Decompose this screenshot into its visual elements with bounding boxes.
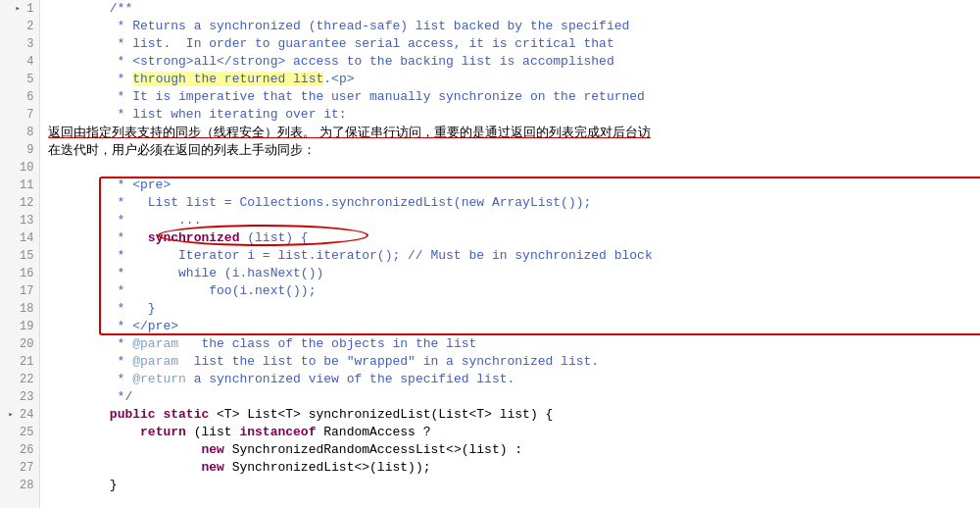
code-line-20: * @param the class of the objects in the…: [48, 335, 972, 353]
line-num-6: 6: [6, 88, 33, 106]
code-text: * @param list the list to be "wrapped" i…: [48, 353, 599, 371]
code-text: * </pre>: [48, 318, 178, 335]
line-num-8: 8: [6, 124, 33, 141]
chinese-line: 返回由指定列表支持的同步（线程安全）列表。 为了保证串行访问，重要的是通过返回的…: [48, 124, 651, 141]
code-line-7: * list when iterating over it:: [48, 106, 972, 124]
line-num-23: 23: [6, 388, 33, 406]
line-num-13: 13: [6, 212, 33, 229]
code-line-22: * @return a synchronized view of the spe…: [48, 371, 972, 388]
line-num-10: 10: [6, 159, 33, 177]
line-num-26: 26: [6, 441, 33, 459]
line-num-25: 25: [6, 424, 33, 441]
code-text: new SynchronizedList<>(list));: [48, 459, 430, 477]
code-line-11: * <pre>: [48, 177, 972, 194]
code-line-16: * while (i.hasNext()): [48, 265, 972, 282]
code-text: * while (i.hasNext()): [48, 265, 323, 282]
code-line-25: return (list instanceof RandomAccess ?: [48, 424, 972, 441]
line-num-7: 7: [6, 106, 33, 124]
line-num-27: 27: [6, 459, 33, 477]
code-line-23: */: [48, 388, 972, 406]
code-text: new SynchronizedRandomAccessList<>(list)…: [48, 441, 522, 459]
code-text: * @return a synchronized view of the spe…: [48, 371, 514, 388]
line-num-19: 19: [6, 318, 33, 335]
line-num-16: 16: [6, 265, 33, 282]
code-text: * <pre>: [48, 177, 171, 194]
code-line-9: 在迭代时，用户必须在返回的列表上手动同步：: [48, 141, 972, 159]
line-num-17: 17: [6, 282, 33, 300]
code-text: public static <T> List<T> synchronizedLi…: [48, 406, 553, 424]
code-text: * list when iterating over it:: [48, 106, 346, 124]
code-area[interactable]: /** * Returns a synchronized (thread-saf…: [40, 0, 980, 508]
code-editor: ▸1234567891011121314151617181920212223▸2…: [0, 0, 980, 508]
code-text: * Returns a synchronized (thread-safe) l…: [48, 18, 629, 35]
line-num-2: 2: [6, 18, 33, 35]
code-line-26: new SynchronizedRandomAccessList<>(list)…: [48, 441, 972, 459]
code-line-2: * Returns a synchronized (thread-safe) l…: [48, 18, 972, 35]
line-numbers: ▸1234567891011121314151617181920212223▸2…: [0, 0, 40, 508]
code-text: }: [48, 477, 117, 494]
code-line-21: * @param list the list to be "wrapped" i…: [48, 353, 972, 371]
code-line-17: * foo(i.next());: [48, 282, 972, 300]
code-text: * through the returned list.<p>: [48, 71, 354, 88]
code-line-13: * ...: [48, 212, 972, 229]
fold-icon[interactable]: ▸: [13, 4, 23, 14]
code-text: * It is imperative that the user manuall…: [48, 88, 645, 106]
code-text: * @param the class of the objects in the…: [48, 335, 476, 353]
code-text: * foo(i.next());: [48, 282, 316, 300]
line-num-14: 14: [6, 229, 33, 247]
line-num-1: ▸1: [6, 0, 33, 18]
line-num-21: 21: [6, 353, 33, 371]
code-text: * }: [48, 300, 155, 318]
code-line-5: * through the returned list.<p>: [48, 71, 972, 88]
line-num-3: 3: [6, 35, 33, 53]
code-line-24: public static <T> List<T> synchronizedLi…: [48, 406, 972, 424]
code-text: /**: [48, 0, 132, 18]
code-line-1: /**: [48, 0, 972, 18]
code-line-8: 返回由指定列表支持的同步（线程安全）列表。 为了保证串行访问，重要的是通过返回的…: [48, 124, 972, 141]
line-num-20: 20: [6, 335, 33, 353]
code-line-18: * }: [48, 300, 972, 318]
code-text: * synchronized (list) {: [48, 229, 308, 247]
code-line-27: new SynchronizedList<>(list));: [48, 459, 972, 477]
line-num-28: 28: [6, 477, 33, 494]
code-text: * <strong>all</strong> access to the bac…: [48, 53, 613, 71]
code-line-3: * list. In order to guarantee serial acc…: [48, 35, 972, 53]
code-line-4: * <strong>all</strong> access to the bac…: [48, 53, 972, 71]
code-line-12: * List list = Collections.synchronizedLi…: [48, 194, 972, 212]
code-text: return (list instanceof RandomAccess ?: [48, 424, 430, 441]
code-line-28: }: [48, 477, 972, 494]
line-num-9: 9: [6, 141, 33, 159]
line-num-22: 22: [6, 371, 33, 388]
line-num-4: 4: [6, 53, 33, 71]
code-text: */: [48, 388, 132, 406]
code-text: * ...: [48, 212, 201, 229]
code-line-6: * It is imperative that the user manuall…: [48, 88, 972, 106]
chinese-line: 在迭代时，用户必须在返回的列表上手动同步：: [48, 141, 316, 159]
line-num-24: ▸24: [6, 406, 33, 424]
fold-icon[interactable]: ▸: [6, 410, 16, 420]
code-line-10: [48, 159, 972, 177]
code-line-19: * </pre>: [48, 318, 972, 335]
line-num-15: 15: [6, 247, 33, 265]
code-text: * list. In order to guarantee serial acc…: [48, 35, 613, 53]
code-line-14: * synchronized (list) {: [48, 229, 972, 247]
code-text: * List list = Collections.synchronizedLi…: [48, 194, 591, 212]
line-num-12: 12: [6, 194, 33, 212]
code-text: * Iterator i = list.iterator(); // Must …: [48, 247, 652, 265]
line-num-11: 11: [6, 177, 33, 194]
line-num-5: 5: [6, 71, 33, 88]
line-num-18: 18: [6, 300, 33, 318]
code-line-15: * Iterator i = list.iterator(); // Must …: [48, 247, 972, 265]
